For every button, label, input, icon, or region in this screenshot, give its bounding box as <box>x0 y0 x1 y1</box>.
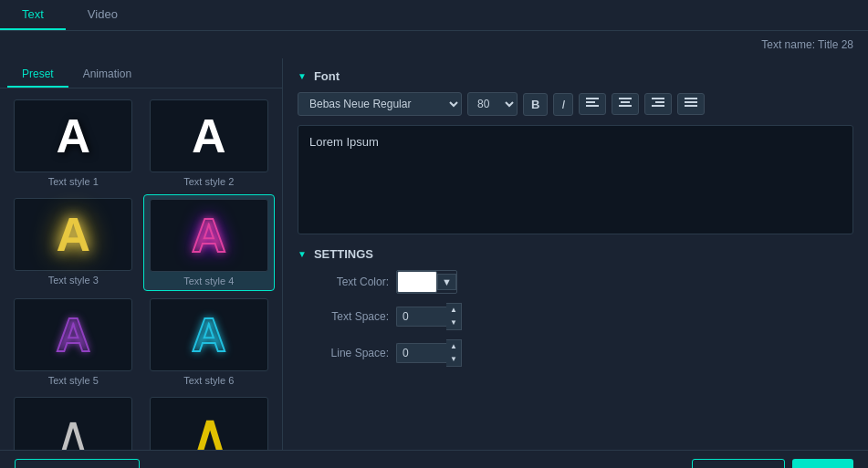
preset-item-8[interactable]: ∧ Text style 8 <box>143 393 276 450</box>
preset-label-6: Text style 6 <box>183 375 234 386</box>
line-space-row: Line Space: 0 ▲ ▼ <box>298 339 853 367</box>
right-buttons: ADVANCED OK <box>692 459 853 469</box>
text-space-label: Text Space: <box>298 310 389 323</box>
text-space-up[interactable]: ▲ <box>446 304 461 317</box>
preset-label-3: Text style 3 <box>48 275 99 286</box>
preset-label-2: Text style 2 <box>183 176 234 187</box>
line-space-up[interactable]: ▲ <box>446 340 461 353</box>
ok-button[interactable]: OK <box>792 459 854 469</box>
text-space-spinner-btns: ▲ ▼ <box>446 303 462 330</box>
left-panel: Preset Animation A Text style 1 A Text s… <box>0 58 283 450</box>
settings-section-label: SETTINGS <box>314 247 373 261</box>
preset-letter-3: A <box>56 207 90 262</box>
text-color-dropdown[interactable]: ▼ <box>437 274 456 290</box>
preset-thumb-5: A <box>14 298 132 371</box>
preset-letter-7: ∧ <box>56 406 90 450</box>
preset-item-5[interactable]: A Text style 5 <box>7 295 140 390</box>
text-space-input[interactable]: 0 <box>396 307 446 327</box>
line-space-label: Line Space: <box>298 347 389 359</box>
text-color-row: Text Color: ▼ <box>298 270 853 294</box>
text-space-spinner: 0 ▲ ▼ <box>396 303 462 330</box>
align-right-button[interactable] <box>644 93 672 115</box>
preset-label-1: Text style 1 <box>48 176 99 187</box>
svg-rect-2 <box>586 105 599 107</box>
preset-item-3[interactable]: A Text style 3 <box>7 194 140 291</box>
font-section-arrow: ▼ <box>298 71 307 81</box>
italic-button[interactable]: I <box>553 93 573 116</box>
preset-letter-6: A <box>192 307 226 362</box>
svg-rect-8 <box>652 105 664 107</box>
text-name-bar: Text name: Title 28 <box>0 31 868 58</box>
svg-rect-7 <box>655 101 664 103</box>
tab-animation[interactable]: Animation <box>68 62 146 88</box>
preset-item-6[interactable]: A Text style 6 <box>143 295 276 390</box>
preset-thumb-8: ∧ <box>150 397 268 450</box>
svg-rect-0 <box>586 98 599 99</box>
preset-label-4: Text style 4 <box>183 276 234 286</box>
preset-letter-2: A <box>192 109 226 163</box>
preset-item-1[interactable]: A Text style 1 <box>7 96 140 191</box>
settings-section-arrow: ▼ <box>298 249 307 259</box>
tab-text[interactable]: Text <box>0 0 66 30</box>
text-color-label: Text Color: <box>298 276 389 288</box>
preset-thumb-6: A <box>150 298 268 371</box>
preset-thumb-1: A <box>14 99 132 172</box>
svg-rect-5 <box>619 105 632 107</box>
svg-rect-1 <box>586 101 595 103</box>
line-space-input[interactable]: 0 <box>396 343 446 363</box>
align-justify-button[interactable] <box>677 93 705 115</box>
line-space-spinner-btns: ▲ ▼ <box>446 339 462 367</box>
advanced-button[interactable]: ADVANCED <box>692 459 784 469</box>
bold-button[interactable]: B <box>523 93 548 116</box>
preset-item-7[interactable]: ∧ Text style 7 <box>7 393 140 450</box>
preset-item-4[interactable]: A Text style 4 <box>143 194 276 291</box>
line-space-down[interactable]: ▼ <box>446 353 461 366</box>
svg-rect-10 <box>685 101 697 103</box>
main-layout: Preset Animation A Text style 1 A Text s… <box>0 58 868 450</box>
align-center-button[interactable] <box>612 93 639 115</box>
svg-rect-3 <box>619 98 632 99</box>
sub-tabs: Preset Animation <box>0 58 282 88</box>
text-preview[interactable]: Lorem Ipsum <box>298 125 853 234</box>
align-left-button[interactable] <box>579 93 606 115</box>
preset-letter-1: A <box>56 109 90 163</box>
tab-video[interactable]: Video <box>66 0 140 30</box>
preset-thumb-7: ∧ <box>14 397 132 450</box>
preview-text: Lorem Ipsum <box>309 135 379 149</box>
svg-rect-9 <box>685 98 697 99</box>
font-size-select[interactable]: 80 <box>467 92 518 116</box>
font-select[interactable]: Bebas Neue Regular <box>298 92 462 116</box>
font-controls: Bebas Neue Regular 80 B I <box>298 92 853 116</box>
preset-letter-8: ∧ <box>192 406 226 450</box>
settings-section-header: ▼ SETTINGS <box>298 247 853 261</box>
preset-letter-5: A <box>56 307 90 362</box>
line-space-spinner: 0 ▲ ▼ <box>396 339 462 367</box>
preset-thumb-3: A <box>14 198 132 271</box>
text-color-swatch[interactable] <box>397 271 437 293</box>
font-section-label: Font <box>314 69 340 83</box>
svg-rect-4 <box>621 101 630 103</box>
top-tabs: Text Video <box>0 0 868 31</box>
preset-letter-4: A <box>192 208 226 263</box>
presets-grid: A Text style 1 A Text style 2 A Text sty… <box>0 88 282 450</box>
preset-item-2[interactable]: A Text style 2 <box>143 96 276 191</box>
font-section-header: ▼ Font <box>298 69 853 83</box>
save-as-preset-button[interactable]: SAVE AS PRESET <box>15 459 140 469</box>
bottom-bar: SAVE AS PRESET ADVANCED OK <box>0 450 868 468</box>
text-name-label: Text name: Title 28 <box>761 38 853 51</box>
preset-thumb-4: A <box>150 199 268 272</box>
text-space-row: Text Space: 0 ▲ ▼ <box>298 303 853 330</box>
svg-rect-6 <box>652 98 664 99</box>
right-panel: ▼ Font Bebas Neue Regular 80 B I <box>283 58 868 450</box>
text-space-down[interactable]: ▼ <box>446 317 461 329</box>
preset-thumb-2: A <box>150 99 268 172</box>
svg-rect-11 <box>685 105 697 107</box>
tab-preset[interactable]: Preset <box>7 62 68 88</box>
preset-label-5: Text style 5 <box>48 375 99 386</box>
